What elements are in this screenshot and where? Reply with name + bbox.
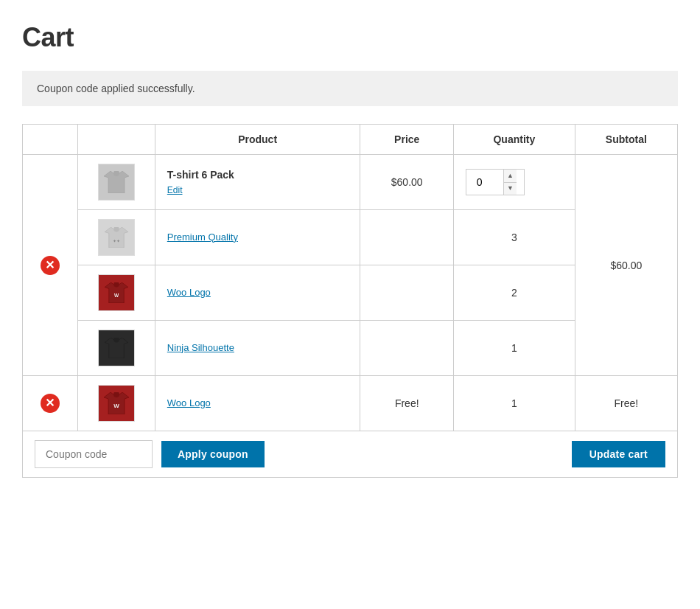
- coupon-input[interactable]: [35, 440, 153, 468]
- col-header-remove: [23, 125, 78, 155]
- update-cart-button[interactable]: Update cart: [572, 441, 665, 467]
- sub-product-woo: Woo Logo: [155, 265, 360, 321]
- sub-price-woo: [360, 265, 454, 321]
- sub-price-ninja: [360, 321, 454, 376]
- sub-thumb-woo: W: [77, 265, 155, 321]
- col-header-price: Price: [360, 125, 454, 155]
- sub-price-premium: [360, 210, 454, 265]
- product-cell-2: Woo Logo: [155, 376, 360, 431]
- price-2: Free!: [395, 397, 419, 409]
- sub-product-ninja: Ninja Silhouette: [155, 321, 360, 376]
- sub-quantity-woo: 2: [511, 287, 517, 299]
- cart-footer: Apply coupon Update cart: [22, 431, 678, 478]
- sub-tshirt-svg-premium: ✦✦: [105, 227, 128, 248]
- quantity-input-1[interactable]: 0: [466, 173, 503, 191]
- thumb-cell-2: W: [77, 376, 155, 431]
- remove-icon-1: ✕: [41, 256, 60, 275]
- subtotal-2: Free!: [614, 397, 638, 409]
- col-header-quantity: Quantity: [454, 125, 575, 155]
- price-cell-2: Free!: [360, 376, 454, 431]
- sub-product-premium: Premium Quality: [155, 210, 360, 265]
- quantity-wrapper-1: 0 ▲ ▼: [466, 169, 525, 195]
- qty-down-1[interactable]: ▼: [504, 183, 517, 195]
- sub-qty-woo: 2: [454, 265, 575, 321]
- qty-up-1[interactable]: ▲: [504, 170, 517, 183]
- sub-quantity-premium: 3: [511, 232, 517, 243]
- sub-link-premium[interactable]: Premium Quality: [167, 232, 349, 243]
- sub-qty-ninja: 1: [454, 321, 575, 376]
- product-name-1: T-shirt 6 Pack: [167, 169, 349, 181]
- price-1: $60.00: [391, 176, 423, 188]
- subtotal-cell-2: Free!: [575, 376, 677, 431]
- sub-tshirt-svg-woo: W: [105, 282, 128, 303]
- subtotal-1: $60.00: [610, 260, 642, 271]
- qty-arrows-1: ▲ ▼: [503, 170, 517, 195]
- sub-link-woo[interactable]: Woo Logo: [167, 287, 349, 298]
- svg-text:W: W: [114, 293, 119, 298]
- qty-cell-2: 1: [454, 376, 575, 431]
- sub-link-ninja[interactable]: Ninja Silhouette: [167, 342, 349, 353]
- table-row-woo-free: ✕ W Woo Logo Free! 1: [23, 376, 678, 431]
- sub-tshirt-svg-ninja: [105, 338, 128, 358]
- sub-quantity-ninja: 1: [511, 342, 517, 354]
- notice-banner: Coupon code applied successfully.: [22, 71, 678, 106]
- tshirt-svg-1: [104, 171, 129, 193]
- col-header-thumb: [77, 125, 155, 155]
- sub-thumbnail-ninja: [98, 330, 135, 366]
- sub-qty-premium: 3: [454, 210, 575, 265]
- remove-button-1[interactable]: ✕: [41, 256, 60, 275]
- sub-thumbnail-premium: ✦✦: [98, 219, 135, 256]
- price-cell-1: $60.00: [360, 155, 454, 210]
- edit-link-1[interactable]: Edit: [167, 185, 183, 195]
- col-header-product: Product: [155, 125, 360, 155]
- svg-text:✦✦: ✦✦: [113, 239, 120, 243]
- sub-thumbnail-woo: W: [98, 274, 135, 311]
- remove-cell-2: ✕: [23, 376, 78, 431]
- sub-thumb-ninja: [77, 321, 155, 376]
- sub-thumb-premium: ✦✦: [77, 210, 155, 265]
- thumb-cell-main-1: [77, 155, 155, 210]
- remove-cell-1: ✕: [23, 155, 78, 376]
- cart-table: Product Price Quantity Subtotal ✕: [22, 124, 678, 431]
- product-thumbnail-2: W: [98, 385, 135, 422]
- remove-button-2[interactable]: ✕: [41, 394, 60, 413]
- product-thumbnail-1: [98, 164, 135, 201]
- product-cell-1: T-shirt 6 Pack Edit: [155, 155, 360, 210]
- table-row: ✕ T-shirt 6 Pack Edit $60.00: [23, 155, 678, 210]
- col-header-subtotal: Subtotal: [575, 125, 677, 155]
- apply-coupon-button[interactable]: Apply coupon: [161, 441, 265, 467]
- qty-cell-1: 0 ▲ ▼: [454, 155, 575, 210]
- quantity-2: 1: [511, 397, 517, 409]
- page-title: Cart: [22, 22, 678, 53]
- notice-text: Coupon code applied successfully.: [37, 83, 195, 94]
- remove-icon-2: ✕: [41, 394, 60, 413]
- subtotal-cell-1: $60.00: [575, 155, 677, 376]
- tshirt-svg-2: W: [104, 392, 129, 414]
- product-link-2[interactable]: Woo Logo: [167, 397, 349, 408]
- svg-text:W: W: [113, 403, 119, 409]
